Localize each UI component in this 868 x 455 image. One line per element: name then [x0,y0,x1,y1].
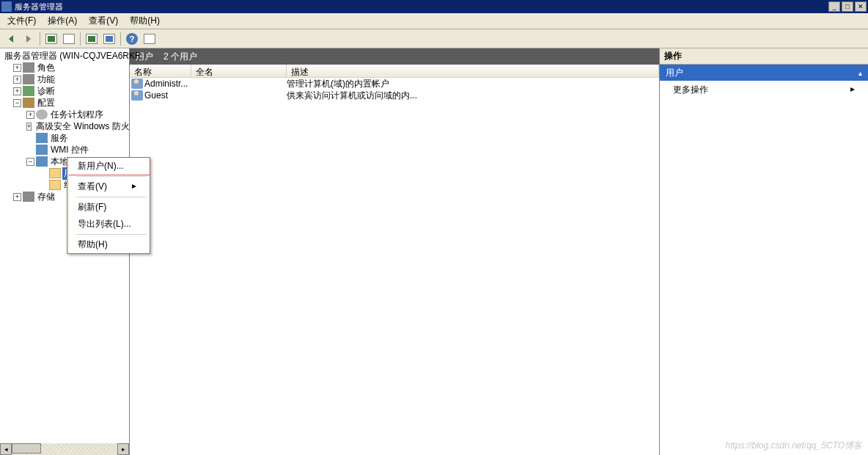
center-count: 2 个用户 [163,51,197,63]
chevron-right-icon: ▸ [132,181,136,193]
menu-help[interactable]: 帮助(H) [124,13,166,29]
scroll-left-button[interactable]: ◂ [0,443,12,455]
actions-header: 操作 [660,48,868,65]
watermark: https://blog.csdn.net/qq_5CTO博客 [725,440,862,452]
tree-h-scrollbar[interactable]: ◂ ▸ [0,443,129,455]
expand-features[interactable]: + [13,76,21,84]
back-button[interactable] [3,31,19,47]
user-icon [131,79,143,89]
show-hide-button[interactable] [61,31,77,47]
list-item[interactable]: Guest 供来宾访问计算机或访问域的内... [130,90,659,101]
storage-icon [23,192,34,202]
tree-firewall[interactable]: + 高级安全 Windows 防火 [0,120,129,132]
list-item[interactable]: Administr... 管理计算机(域)的内置帐户 [130,78,659,90]
help-button[interactable]: ? [124,31,140,47]
task-icon [36,109,48,120]
folder-icon [49,168,61,178]
minimize-button[interactable]: _ [828,1,840,12]
forward-button[interactable] [21,31,37,47]
features-icon [23,74,34,84]
diagnostics-icon [23,86,34,96]
center-pane: 用户 2 个用户 名称 全名 描述 Administr... 管理计算机(域)的… [130,48,659,455]
arrow-left-icon [9,35,13,43]
tree-roles[interactable]: + 角色 [0,62,129,73]
window-title: 服务器管理器 [15,1,828,12]
list-body: Administr... 管理计算机(域)的内置帐户 Guest 供来宾访问计算… [130,78,659,455]
help-icon: ? [126,33,138,45]
config-icon [23,98,34,108]
expand-lug[interactable]: − [26,158,34,166]
tree-diagnostics[interactable]: + 诊断 [0,85,129,97]
services-icon [36,133,48,143]
menubar: 文件(F) 操作(A) 查看(V) 帮助(H) [0,13,868,29]
expand-diagnostics[interactable]: + [13,87,21,95]
actions-pane: 操作 用户 ▴ 更多操作 ▸ [659,48,868,455]
tree-wmi[interactable]: WMI 控件 [0,144,129,156]
expand-firewall[interactable]: + [26,123,32,131]
chevron-right-icon: ▸ [850,84,855,96]
tree-config[interactable]: − 配置 [0,97,129,109]
expand-config[interactable]: − [13,99,21,107]
refresh-icon [86,34,98,44]
properties-icon [144,34,155,44]
context-menu: 新用户(N)... 查看(V) ▸ 刷新(F) 导出列表(L)... 帮助(H) [67,157,150,254]
menu-action[interactable]: 操作(A) [42,13,83,29]
tree-root[interactable]: 服务器管理器 (WIN-CQJVEA6RKR [0,50,129,62]
scroll-thumb[interactable] [12,443,41,454]
expand-roles[interactable]: + [13,64,21,72]
user-icon [131,90,143,101]
toolbar: ? [0,29,868,48]
menu-file[interactable]: 文件(F) [1,13,42,29]
tree-task-scheduler[interactable]: + 任务计划程序 [0,109,129,120]
maximize-button[interactable]: □ [842,1,853,12]
up-icon [45,34,57,44]
ctx-refresh[interactable]: 刷新(F) [67,199,150,216]
expand-task[interactable]: + [26,111,34,119]
refresh-button[interactable] [84,31,100,47]
close-button[interactable]: ✕ [855,1,867,12]
ctx-help[interactable]: 帮助(H) [67,236,150,253]
panel-icon [63,34,75,44]
app-icon [1,1,12,12]
ctx-view[interactable]: 查看(V) ▸ [67,178,150,195]
chevron-up-icon: ▴ [858,69,862,77]
titlebar: 服务器管理器 _ □ ✕ [0,0,868,13]
users-groups-icon [36,156,48,167]
col-fullname[interactable]: 全名 [191,65,287,77]
properties-button[interactable] [141,31,158,47]
expand-storage[interactable]: + [13,193,21,201]
export-button[interactable] [101,31,117,47]
export-icon [103,34,115,44]
wmi-icon [36,145,48,155]
tree-services[interactable]: 服务 [0,132,129,144]
col-name[interactable]: 名称 [130,65,191,77]
action-more[interactable]: 更多操作 ▸ [660,81,868,99]
center-header: 用户 2 个用户 [130,48,659,65]
arrow-right-icon [26,35,31,43]
actions-category[interactable]: 用户 ▴ [660,65,868,81]
ctx-export-list[interactable]: 导出列表(L)... [67,216,150,233]
tree-features[interactable]: + 功能 [0,73,129,85]
ctx-new-user[interactable]: 新用户(N)... [67,158,150,175]
menu-view[interactable]: 查看(V) [83,13,124,29]
roles-icon [23,62,34,73]
folder-icon [49,180,61,190]
column-header: 名称 全名 描述 [130,65,659,78]
scroll-right-button[interactable]: ▸ [117,443,129,455]
up-button[interactable] [43,31,59,47]
col-desc[interactable]: 描述 [287,65,659,77]
